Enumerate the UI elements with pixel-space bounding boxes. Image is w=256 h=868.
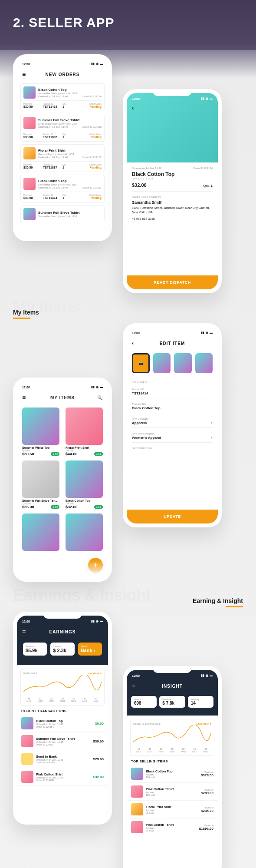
header: ≡ MY ITEMS 🔍 — [17, 391, 108, 404]
header: ‹ EDIT ITEM — [127, 337, 218, 350]
order-card[interactable]: Summer Full Sleve Tshirt Emili Williamso… — [20, 114, 105, 142]
header: ≡ EARNINGS — [17, 625, 108, 638]
orders-chart: ORDERS STATASTICS Last Week ▾ 16MAR17MAR… — [130, 719, 214, 756]
back-icon[interactable]: ‹ — [132, 104, 134, 111]
order-thumb — [23, 117, 36, 129]
item-thumb — [131, 768, 143, 780]
hero-banner: 2. SELLER APP — [0, 0, 256, 50]
signal-icon: ▮▮ — [91, 62, 95, 66]
thumb-2[interactable] — [174, 353, 191, 373]
period-dropdown[interactable]: Last Week ▾ — [197, 722, 211, 725]
order-card[interactable]: Floral Print Shirt George Taylor | New Y… — [20, 144, 105, 172]
transaction-amount: 30.00 — [95, 722, 104, 726]
product-image: 12:00 ▮▮◉▬ ‹ — [127, 93, 218, 162]
item-id: Item ID TST11414 — [132, 177, 213, 180]
product-title-field[interactable]: Black Cotton Top — [132, 406, 213, 413]
transaction-thumb — [21, 771, 33, 783]
update-button[interactable]: UPDATE — [127, 510, 218, 523]
balance-box: Balance $ 2.3k — [50, 643, 74, 656]
pending-box: Pending 14 — [188, 696, 213, 708]
header: ≡ INSIGHT — [127, 679, 218, 692]
menu-icon[interactable]: ≡ — [132, 682, 136, 689]
product-card[interactable]: Black Cotton Top 124 Sold $32.00★ 4.2 — [66, 461, 103, 509]
product-id-field[interactable]: TST11414 — [132, 391, 213, 398]
order-thumb — [23, 86, 36, 99]
period-dropdown[interactable]: Last Week ▾ — [87, 672, 102, 675]
top-selling-row[interactable]: Floral Print Shirt Apparel 98 sold Reven… — [127, 801, 218, 818]
order-title: Black Cotton Top — [38, 179, 102, 183]
back-icon[interactable]: ‹ — [132, 340, 134, 346]
category-select[interactable]: Apparels▾ — [132, 421, 213, 428]
search-icon[interactable]: 🔍 — [97, 395, 103, 400]
transaction-row[interactable]: Summer Full Sleve Tshirt Ordered on 24 J… — [17, 732, 108, 750]
camera-button[interactable]: 📷 — [132, 353, 150, 373]
ready-dispatch-button[interactable]: READY DISPATCH — [127, 275, 218, 289]
item-thumb — [131, 785, 143, 798]
address: 1124, Patestine Street, Jackson Tower, N… — [132, 206, 213, 215]
phone-new-orders: 12:00 ▮▮◉▬ ≡ NEW ORDERS Black Cotton Top… — [13, 54, 112, 241]
rating-badge: ★ 4.2 — [51, 505, 59, 509]
battery-icon: ▬ — [100, 62, 103, 66]
send-to-bank-button[interactable]: Send to Bank› — [78, 643, 102, 656]
header: ≡ NEW ORDERS — [17, 68, 108, 81]
rating-badge: ★ 4.2 — [94, 452, 103, 456]
product-title: Black Cotton Top — [132, 171, 213, 177]
page-title: MY ITEMS — [50, 395, 75, 400]
subcategory-select[interactable]: Women's Apparel▾ — [132, 436, 213, 443]
thumb-1[interactable] — [153, 353, 171, 373]
wifi-icon: ◉ — [96, 62, 98, 66]
product-image — [22, 514, 59, 551]
product-image — [66, 514, 103, 551]
rating-badge: ★ 4.2 — [94, 505, 103, 509]
product-image — [22, 461, 59, 498]
thumb-3[interactable] — [195, 353, 213, 373]
order-thumb — [23, 147, 36, 159]
phone-edit-item: 12:00 ▮▮◉▬ ‹ EDIT ITEM 📷 ITEM INFO Produ… — [123, 323, 222, 527]
order-title: Summer Full Sleve Tshirt — [38, 211, 102, 215]
transaction-amount: $39.00 — [93, 739, 104, 743]
menu-icon[interactable]: ≡ — [22, 394, 26, 401]
transaction-amount: $29.00 — [93, 757, 104, 761]
product-card[interactable]: Summer White Top 48 Sold $30.50★ 4.2 — [22, 407, 59, 456]
top-selling-row[interactable]: Black Cotton Top Apparel 124 sold Revenu… — [127, 765, 218, 783]
rating-badge: ★ 4.2 — [51, 452, 59, 456]
price: $32.00 — [132, 182, 147, 188]
shipping-address-label: SHIPPING ADDRESS — [132, 196, 213, 199]
earnings-chart: EARNINGS Last Week ▾ 16MAR17MAR18MAR19MA… — [20, 669, 105, 706]
transaction-row[interactable]: Black Cotton Top Ordered on 24 Jun, 11:4… — [17, 715, 108, 732]
order-date: Ordered on 24 Jun, 11:40 — [132, 167, 161, 169]
revenue-box: Revenue $5.9k — [23, 643, 47, 656]
order-title: Black Cotton Top — [38, 88, 102, 92]
order-id: Order ID 224154 — [193, 167, 213, 169]
item-thumb — [131, 803, 143, 815]
chevron-down-icon: ▾ — [211, 436, 213, 440]
menu-icon[interactable]: ≡ — [22, 71, 26, 78]
hero-title: 2. SELLER APP — [13, 15, 256, 30]
customer-name: Samantha Smith — [132, 200, 213, 205]
phone-earnings: 12:00 ▮▮◉▬ ≡ EARNINGS Revenue $5.9k Bala… — [13, 612, 112, 825]
order-thumb — [23, 208, 36, 220]
transaction-row[interactable]: Send to Bank Ordered on 24 Jun, 11:40 Se… — [17, 750, 108, 768]
order-thumb — [23, 178, 36, 190]
phone-my-items: 12:00 ▮▮◉▬ ≡ MY ITEMS 🔍 Summer White Top… — [13, 378, 112, 582]
product-image — [66, 461, 103, 498]
product-card[interactable]: Summer Full Sleve Tsh.. 119 Sold $35.00★… — [22, 461, 59, 509]
product-card[interactable]: Floral Print Shirt 119 Sold $44.00★ 4.2 — [66, 407, 103, 456]
order-card[interactable]: Black Cotton Top Samantha Smith | New Yo… — [20, 83, 105, 111]
product-card[interactable] — [22, 514, 59, 552]
product-image — [22, 407, 59, 445]
item-thumb — [131, 821, 143, 833]
product-card[interactable] — [66, 514, 103, 552]
arrow-right-icon: › — [94, 648, 95, 653]
transaction-amount: $32.00 — [93, 775, 104, 779]
transaction-row[interactable]: Pink Cotton Shirt Ordered on 24 Jun, 11:… — [17, 768, 108, 786]
top-selling-row[interactable]: Pink Cotton Tshirt Apparel 79 sold Reven… — [127, 818, 218, 836]
top-selling-label: TOP SELLING ITEMS — [131, 759, 213, 763]
top-selling-row[interactable]: Pink Cotton Tshirt Apparel 119 sold Reve… — [127, 783, 218, 801]
order-title: Summer Full Sleve Tshirt — [38, 118, 102, 122]
menu-icon[interactable]: ≡ — [22, 628, 26, 635]
order-card[interactable]: Black Cotton Top Samantha Smith | New Yo… — [20, 175, 105, 202]
page-title: INSIGHT — [162, 684, 183, 689]
order-card[interactable]: Summer Full Sleve Tshirt Samantha Smith … — [20, 205, 105, 223]
add-item-fab[interactable]: + — [88, 558, 103, 573]
